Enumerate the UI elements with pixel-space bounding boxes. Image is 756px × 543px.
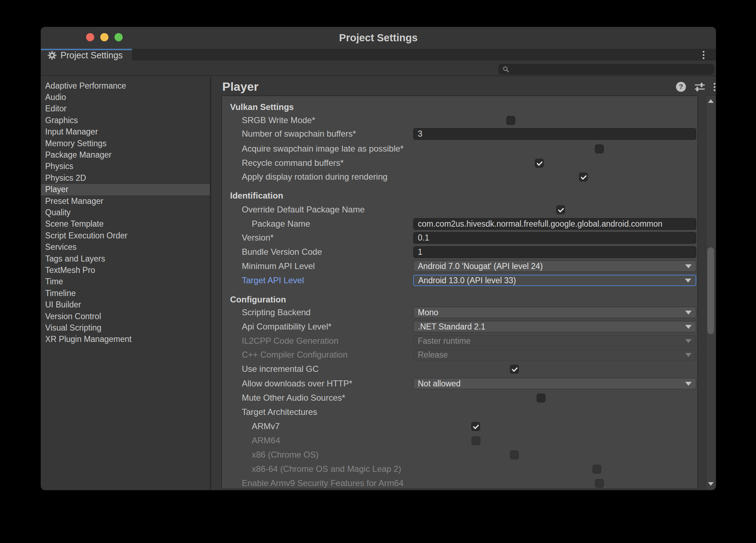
sidebar-item-label: Visual Scripting	[45, 323, 101, 333]
section-header: Identification	[230, 191, 283, 201]
chevron-down-icon	[685, 311, 692, 315]
sidebar-item-scene-template[interactable]: Scene Template	[41, 218, 210, 230]
field-label: Minimum API Level	[242, 261, 315, 271]
sidebar-item-textmesh-pro[interactable]: TextMesh Pro	[41, 264, 210, 276]
srgb-write-mode-checkbox[interactable]	[506, 116, 515, 125]
number-of-swapchain-buffers-field[interactable]: 3	[413, 128, 696, 140]
sidebar-item-audio[interactable]: Audio	[41, 91, 210, 103]
sidebar-item-player[interactable]: Player	[41, 184, 210, 195]
sidebar-item-label: Scene Template	[45, 219, 104, 229]
scroll-down-arrow-icon[interactable]	[708, 482, 714, 486]
settings-row-identification: Identification	[222, 190, 694, 202]
field-label: Scripting Backend	[242, 307, 310, 317]
mute-other-audio-sources-checkbox[interactable]	[537, 394, 545, 402]
field-label: Acquire swapchain image late as possible…	[242, 144, 404, 154]
use-incremental-gc-checkbox[interactable]	[510, 365, 519, 374]
field-label: IL2CPP Code Generation	[242, 336, 339, 346]
sidebar-item-adaptive-performance[interactable]: Adaptive Performance	[41, 80, 210, 91]
chevron-down-icon	[685, 382, 692, 386]
field-label: C++ Compiler Configuration	[242, 350, 347, 360]
sidebar-item-label: Graphics	[45, 116, 78, 125]
sidebar-item-physics[interactable]: Physics	[41, 161, 210, 172]
allow-downloads-over-http-dropdown[interactable]: Not allowed	[413, 378, 696, 389]
arm64-checkbox	[472, 436, 480, 445]
sidebar-item-label: Time	[45, 277, 63, 286]
presets-slider-icon[interactable]	[694, 82, 705, 91]
player-settings-content: Vulkan SettingsSRGB Write Mode*Number of…	[221, 95, 698, 489]
sidebar-item-preset-manager[interactable]: Preset Manager	[41, 195, 210, 207]
main-area: Adaptive PerformanceAudioEditorGraphicsI…	[41, 77, 716, 490]
help-icon[interactable]: ?	[676, 82, 686, 92]
package-name-field[interactable]: com.com2us.hivesdk.normal.freefull.googl…	[413, 218, 696, 230]
settings-row-bundle-version-code: Bundle Version Code1	[222, 246, 694, 258]
il2cpp-code-generation-dropdown: Faster runtime	[413, 335, 696, 347]
settings-row-il2cpp-code-generation: IL2CPP Code GenerationFaster runtime	[222, 335, 694, 347]
scripting-backend-dropdown[interactable]: Mono	[413, 307, 696, 318]
sidebar-item-label: Services	[45, 242, 76, 252]
field-label: SRGB Write Mode*	[242, 115, 315, 125]
version-field[interactable]: 0.1	[413, 232, 696, 244]
field-label: Target Architectures	[242, 407, 317, 417]
sidebar-item-quality[interactable]: Quality	[41, 207, 210, 218]
sidebar-item-label: Quality	[45, 208, 71, 217]
sidebar-item-editor[interactable]: Editor	[41, 103, 210, 115]
sidebar-item-timeline[interactable]: Timeline	[41, 288, 210, 299]
sidebar-item-label: Editor	[45, 104, 66, 114]
settings-row-minimum-api-level: Minimum API LevelAndroid 7.0 'Nougat' (A…	[222, 260, 694, 272]
sidebar-item-label: UI Builder	[45, 300, 81, 310]
sidebar-item-ui-builder[interactable]: UI Builder	[41, 299, 210, 310]
chevron-down-icon	[685, 325, 692, 329]
field-label: Use incremental GC	[242, 364, 319, 374]
search-input[interactable]	[512, 65, 710, 74]
tab-menu-kebab-icon[interactable]	[699, 50, 708, 60]
sidebar-item-package-manager[interactable]: Package Manager	[41, 149, 210, 160]
sidebar-item-label: Timeline	[45, 289, 76, 298]
sidebar-item-script-execution-order[interactable]: Script Execution Order	[41, 230, 210, 241]
sidebar-item-services[interactable]: Services	[41, 241, 210, 253]
project-settings-window: Project Settings Project Settings	[41, 27, 716, 490]
apply-display-rotation-during-rendering-checkbox[interactable]	[579, 173, 588, 181]
dropdown-value: .NET Standard 2.1	[418, 322, 485, 332]
scrollbar-thumb[interactable]	[707, 247, 714, 334]
scroll-up-arrow-icon[interactable]	[708, 99, 714, 103]
sidebar-item-label: Tags and Layers	[45, 254, 105, 264]
x86-chrome-os-checkbox	[510, 450, 519, 459]
sidebar-item-memory-settings[interactable]: Memory Settings	[41, 138, 210, 149]
dropdown-value: Release	[418, 350, 448, 360]
sidebar-item-label: XR Plugin Management	[45, 334, 132, 344]
tab-project-settings[interactable]: Project Settings	[41, 49, 132, 60]
dropdown-value: Not allowed	[418, 379, 460, 389]
settings-row-vulkan-settings: Vulkan Settings	[222, 101, 694, 113]
sidebar-item-visual-scripting[interactable]: Visual Scripting	[41, 322, 210, 333]
api-compatibility-level-dropdown[interactable]: .NET Standard 2.1	[413, 321, 696, 332]
sidebar-item-label: Adaptive Performance	[45, 81, 126, 91]
armv7-checkbox[interactable]	[471, 422, 480, 431]
settings-row-allow-downloads-over-http: Allow downloads over HTTP*Not allowed	[222, 378, 694, 390]
toolbar	[41, 60, 716, 76]
sidebar-item-time[interactable]: Time	[41, 276, 210, 288]
vertical-scrollbar[interactable]	[706, 95, 715, 489]
minimum-api-level-dropdown[interactable]: Android 7.0 'Nougat' (API level 24)	[413, 260, 696, 272]
recycle-command-buffers-checkbox[interactable]	[535, 159, 544, 168]
sidebar-item-version-control[interactable]: Version Control	[41, 311, 210, 322]
override-default-package-name-checkbox[interactable]	[556, 205, 565, 214]
search-box[interactable]	[499, 64, 714, 74]
sidebar-item-tags-and-layers[interactable]: Tags and Layers	[41, 253, 210, 264]
field-label: Apply display rotation during rendering	[242, 172, 388, 182]
settings-row-c-compiler-configuration: C++ Compiler ConfigurationRelease	[222, 349, 694, 361]
sidebar-item-label: Script Execution Order	[45, 231, 127, 241]
section-header: Vulkan Settings	[230, 102, 294, 112]
field-label: Target API Level	[242, 275, 304, 285]
settings-row-acquire-swapchain-image-late-as-possible: Acquire swapchain image late as possible…	[222, 143, 694, 155]
sidebar-item-xr-plugin-management[interactable]: XR Plugin Management	[41, 334, 210, 345]
acquire-swapchain-image-late-as-possible-checkbox[interactable]	[595, 144, 604, 153]
target-api-level-dropdown[interactable]: Android 13.0 (API level 33)	[413, 275, 696, 286]
bundle-version-code-field[interactable]: 1	[413, 246, 696, 258]
sidebar-item-physics-2d[interactable]: Physics 2D	[41, 172, 210, 184]
sidebar-item-graphics[interactable]: Graphics	[41, 115, 210, 126]
window-title: Project Settings	[41, 27, 716, 49]
sidebar-item-input-manager[interactable]: Input Manager	[41, 126, 210, 138]
field-label: Package Name	[252, 219, 310, 229]
panel-kebab-icon[interactable]	[714, 83, 715, 91]
chevron-down-icon	[685, 279, 691, 283]
